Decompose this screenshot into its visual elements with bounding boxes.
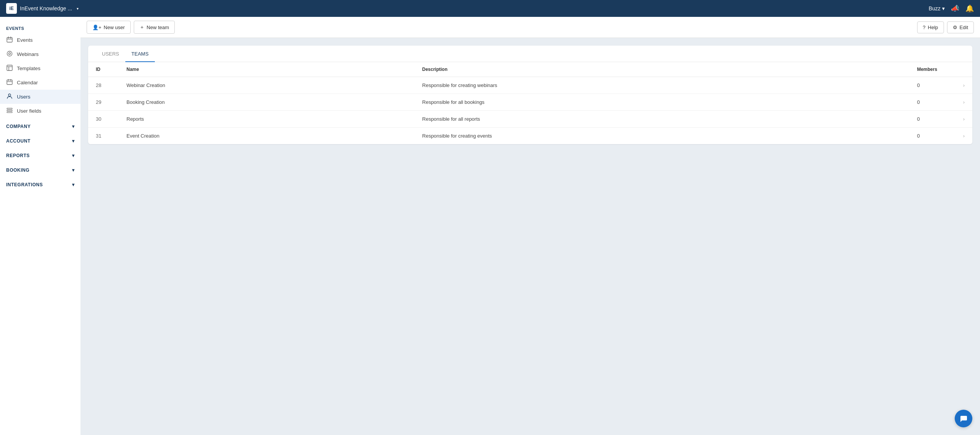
company-collapse[interactable]: COMPANY ▾ [0,120,80,133]
sidebar: EVENTS Events Webinars Templates Calenda… [0,17,80,435]
company-label: COMPANY [6,124,31,129]
table-row[interactable]: 28 Webinar Creation Responsible for crea… [88,77,972,94]
app-logo: iE [6,3,17,14]
reports-chevron-icon: ▾ [72,153,75,158]
teams-card: USERS TEAMS ID Name Description Members [88,46,972,144]
buzz-button[interactable]: Buzz ▾ [929,5,945,11]
megaphone-icon[interactable]: 📣 [951,4,959,13]
bell-icon[interactable]: 🔔 [965,4,974,13]
account-collapse[interactable]: ACCOUNT ▾ [0,135,80,147]
user-fields-label: User fields [17,108,41,114]
toolbar-right: ? Help ⚙ Edit [917,21,974,33]
top-nav: iE InEvent Knowledge ... ▾ Buzz ▾ 📣 🔔 [0,0,980,17]
table-row[interactable]: 29 Booking Creation Responsible for all … [88,94,972,111]
col-description: Description [415,62,909,77]
edit-button[interactable]: ⚙ Edit [947,21,974,33]
cell-id: 30 [88,111,119,128]
tab-users[interactable]: USERS [96,46,125,62]
cell-description: Responsible for all reports [415,111,909,128]
cell-members: 0 [909,111,955,128]
cell-members: 0 [909,77,955,94]
events-section-label: EVENTS [0,21,80,33]
reports-label: REPORTS [6,153,30,158]
toolbar-left: 👤+ New user ＋ New team [87,21,175,34]
cell-id: 28 [88,77,119,94]
new-team-icon: ＋ [140,24,144,31]
layout: EVENTS Events Webinars Templates Calenda… [0,17,980,435]
svg-point-13 [8,94,11,96]
teams-table: ID Name Description Members 28 Webinar C… [88,62,972,144]
cell-name: Webinar Creation [119,77,415,94]
users-icon [6,93,13,100]
new-team-button[interactable]: ＋ New team [134,21,175,34]
account-chevron-icon: ▾ [72,138,75,144]
sidebar-item-webinars[interactable]: Webinars [0,47,80,61]
calendar-icon [6,79,13,86]
svg-rect-15 [7,110,12,111]
sidebar-item-calendar[interactable]: Calendar [0,76,80,90]
cell-chevron[interactable]: › [955,111,972,128]
app-name: InEvent Knowledge ... [20,5,72,11]
users-label: Users [17,94,30,100]
events-label: Events [17,37,33,43]
svg-rect-14 [7,108,12,109]
webinars-label: Webinars [17,51,39,57]
sidebar-item-events[interactable]: Events [0,33,80,47]
cell-name: Booking Creation [119,94,415,111]
svg-rect-16 [7,112,12,113]
cell-id: 29 [88,94,119,111]
cell-description: Responsible for creating events [415,128,909,144]
new-team-label: New team [147,25,169,30]
cell-name: Event Creation [119,128,415,144]
table-header-row: ID Name Description Members [88,62,972,77]
integrations-label: INTEGRATIONS [6,182,43,187]
new-user-button[interactable]: 👤+ New user [87,21,131,34]
booking-collapse[interactable]: BOOKING ▾ [0,164,80,176]
reports-collapse[interactable]: REPORTS ▾ [0,149,80,162]
integrations-chevron-icon: ▾ [72,182,75,187]
row-chevron-icon: › [963,116,965,122]
cell-chevron[interactable]: › [955,128,972,144]
integrations-collapse[interactable]: INTEGRATIONS ▾ [0,179,80,191]
row-chevron-icon: › [963,82,965,88]
svg-point-5 [9,53,11,55]
tab-teams[interactable]: TEAMS [125,46,155,62]
table-row[interactable]: 30 Reports Responsible for all reports 0… [88,111,972,128]
col-action [955,62,972,77]
webinars-icon [6,51,13,58]
chat-button[interactable] [955,410,972,427]
svg-point-4 [7,51,12,56]
help-button[interactable]: ? Help [917,21,944,33]
booking-chevron-icon: ▾ [72,167,75,173]
sidebar-item-templates[interactable]: Templates [0,61,80,76]
row-chevron-icon: › [963,133,965,139]
cell-chevron[interactable]: › [955,77,972,94]
new-user-label: New user [104,25,125,30]
main: 👤+ New user ＋ New team ? Help ⚙ Edit [80,17,980,435]
toolbar: 👤+ New user ＋ New team ? Help ⚙ Edit [80,17,980,38]
new-user-icon: 👤+ [92,25,102,30]
cell-name: Reports [119,111,415,128]
sidebar-item-users[interactable]: Users [0,90,80,104]
buzz-chevron-icon: ▾ [942,5,945,11]
col-name: Name [119,62,415,77]
topnav-right: Buzz ▾ 📣 🔔 [929,4,974,13]
cell-description: Responsible for creating webinars [415,77,909,94]
cell-description: Responsible for all bookings [415,94,909,111]
sidebar-item-user-fields[interactable]: User fields [0,104,80,118]
account-label: ACCOUNT [6,138,31,144]
booking-label: BOOKING [6,167,30,173]
svg-rect-0 [7,38,12,42]
user-fields-icon [6,107,13,115]
cell-chevron[interactable]: › [955,94,972,111]
app-chevron-icon[interactable]: ▾ [77,7,79,11]
edit-icon: ⚙ [953,25,957,30]
cell-id: 31 [88,128,119,144]
row-chevron-icon: › [963,99,965,105]
topnav-left: iE InEvent Knowledge ... ▾ [6,3,79,14]
tabs: USERS TEAMS [88,46,972,62]
help-icon: ? [923,25,926,30]
help-label: Help [928,25,938,30]
table-row[interactable]: 31 Event Creation Responsible for creati… [88,128,972,144]
col-id: ID [88,62,119,77]
